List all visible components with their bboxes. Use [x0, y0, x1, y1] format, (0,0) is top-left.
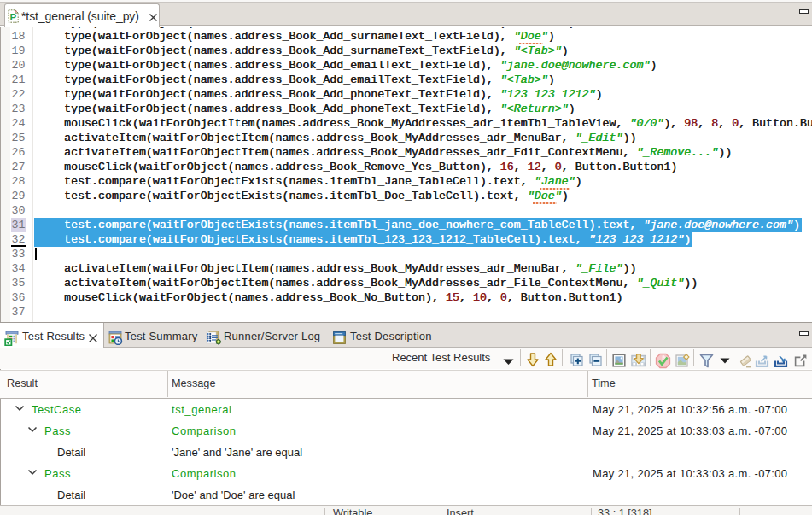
svg-text:P: P [10, 12, 17, 22]
